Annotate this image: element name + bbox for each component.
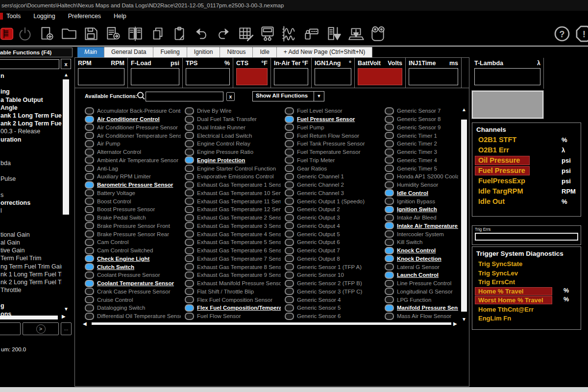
gauge-rpm[interactable]: RPMRPM	[75, 58, 128, 88]
function-item-exhaust-gas-temperature-10-sensor[interactable]: Exhaust Gas Temperature 10 Sensor	[185, 189, 281, 197]
function-item-evaporative-emissions-control[interactable]: Evaporative Emissions Control	[185, 172, 281, 181]
flash-ecu-icon[interactable]	[322, 24, 344, 44]
channel-row-fuel-pressure[interactable]: Fuel Pressurepsi	[472, 166, 581, 176]
function-toggle-radio[interactable]	[385, 280, 394, 287]
function-item-mass-air-flow-sensor[interactable]: Mass Air Flow Sensor	[385, 312, 458, 320]
function-toggle-radio[interactable]	[85, 189, 94, 196]
function-item-fuel-flow-sensor[interactable]: Fuel Flow Sensor	[185, 312, 281, 320]
function-item-generic-sensor-2-tfp-b[interactable]: Generic Sensor 2 (TFP B)	[285, 279, 381, 288]
channel-row-o2b1-err[interactable]: O2B1 Errλ	[472, 146, 581, 156]
function-item-clutch-switch[interactable]: Clutch Switch	[85, 263, 181, 271]
function-toggle-radio[interactable]	[85, 230, 94, 238]
gauge-inj1time[interactable]: INJ1Timems	[406, 58, 462, 88]
function-item-knock-detection[interactable]: Knock Detection	[385, 255, 458, 263]
menu-logging[interactable]: Logging	[27, 11, 62, 22]
function-toggle-radio[interactable]	[385, 263, 394, 270]
scroll-right-icon[interactable]: ▶	[453, 321, 457, 326]
sidebar-item-g[interactable]: g	[0, 302, 62, 310]
function-toggle-radio[interactable]	[285, 181, 294, 189]
function-toggle-radio[interactable]	[85, 197, 94, 205]
channel-row-fuelpressexp[interactable]: FuelPressExppsi	[472, 176, 581, 187]
function-item-generic-channel-3[interactable]: Generic Channel 3	[285, 189, 381, 197]
password-icon[interactable]	[300, 24, 322, 44]
function-item-exhaust-gas-temperature-9-sensor[interactable]: Exhaust Gas Temperature 9 Sensor	[185, 271, 281, 279]
function-item-engine-pressure-ratio[interactable]: Engine Pressure Ratio	[185, 148, 281, 156]
tab-ignition[interactable]: Ignition	[187, 47, 220, 57]
function-toggle-radio[interactable]	[185, 165, 194, 172]
waveform-icon[interactable]	[278, 24, 300, 44]
function-toggle-radio[interactable]	[385, 247, 394, 254]
function-toggle-radio[interactable]	[385, 107, 394, 115]
function-toggle-radio[interactable]	[185, 132, 194, 139]
function-toggle-radio[interactable]	[385, 214, 394, 221]
function-item-crank-case-pressure-sensor[interactable]: Crank Case Pressure Sensor	[85, 288, 181, 296]
function-item-coolant-temperature-sensor[interactable]: Coolant Temperature Sensor	[85, 279, 181, 288]
function-toggle-radio[interactable]	[285, 271, 294, 279]
function-toggle-radio[interactable]	[285, 313, 294, 320]
tab-idle[interactable]: Idle	[253, 47, 276, 57]
function-item-exhaust-gas-temperature-11-sensor[interactable]: Exhaust Gas Temperature 11 Sensor	[185, 197, 281, 205]
sidebar-prev-button[interactable]	[0, 322, 21, 335]
function-item-fuel-level-sensor[interactable]: Fuel Level Sensor	[285, 107, 381, 115]
function-item-flex-fuel-composition-sensor[interactable]: Flex Fuel Composition Sensor	[185, 295, 281, 304]
functions-horizontal-scrollbar[interactable]: ◀ ▶	[75, 320, 469, 327]
sidebar-item-00-3-release[interactable]: 00.3 - Release	[0, 127, 62, 135]
sidebar-item-ng-term-fuel-trim-gain[interactable]: ng Term Fuel Trim Gain	[0, 263, 62, 270]
function-item-intercooler-system[interactable]: Intercooler System	[385, 230, 458, 238]
function-item-datalogging-switch[interactable]: Datalogging Switch	[85, 304, 181, 312]
pc-download-icon[interactable]	[344, 24, 367, 44]
function-toggle-radio[interactable]	[85, 173, 94, 180]
ecu-device-icon[interactable]	[256, 24, 278, 44]
function-toggle-radio[interactable]	[285, 214, 294, 221]
sidebar-vertical-scrollbar[interactable]: ▲ ▼	[62, 72, 70, 313]
function-toggle-radio[interactable]	[385, 189, 394, 196]
function-toggle-radio[interactable]	[185, 197, 194, 205]
function-toggle-radio[interactable]	[185, 288, 194, 295]
function-item-ignition-bypass[interactable]: Ignition Bypass	[385, 197, 458, 205]
function-item-honda-ap1-s2000-coolant-g[interactable]: Honda AP1 S2000 Coolant G	[385, 172, 458, 181]
scrollbar-thumb[interactable]	[0, 316, 58, 319]
gauge-f-load[interactable]: F-Loadpsi	[128, 58, 183, 88]
function-toggle-radio[interactable]	[285, 280, 294, 287]
function-toggle-radio[interactable]	[385, 140, 394, 147]
scroll-up-icon[interactable]: ▲	[460, 107, 468, 112]
function-item-generic-sensor-8[interactable]: Generic Sensor 8	[385, 115, 458, 123]
function-toggle-radio[interactable]	[85, 214, 94, 221]
sidebar-item-term-fuel-trim[interactable]: Term Fuel Trim	[0, 254, 62, 262]
tab-general-data[interactable]: General Data	[104, 47, 153, 57]
function-item-exhaust-gas-temperature-1-sensor[interactable]: Exhaust Gas Temperature 1 Sensor	[185, 181, 281, 189]
scroll-right-icon[interactable]: ▶	[62, 314, 66, 319]
scrollbar-thumb[interactable]	[461, 120, 467, 312]
tab-fueling[interactable]: Fueling	[153, 47, 187, 57]
function-toggle-radio[interactable]	[85, 255, 94, 262]
menu-preferences[interactable]: Preferences	[62, 11, 107, 22]
function-toggle-radio[interactable]	[285, 116, 294, 123]
function-toggle-radio[interactable]	[85, 247, 94, 254]
function-toggle-radio[interactable]	[385, 165, 394, 172]
sidebar-item-uration[interactable]: uration	[0, 136, 62, 144]
sidebar-item-ank-2-long-term-fuel-trin[interactable]: ank 2 Long Term Fuel Trin	[0, 120, 62, 127]
sidebar-item-nk-2-long-term-fuel-trim[interactable]: nk 2 Long Term Fuel Trim	[0, 278, 62, 286]
function-toggle-radio[interactable]	[185, 222, 194, 229]
function-toggle-radio[interactable]	[85, 107, 94, 115]
sidebar-item-bda[interactable]: bda	[0, 159, 62, 167]
function-toggle-radio[interactable]	[385, 230, 394, 238]
sidebar-item-a-table-output[interactable]: a Table Output	[0, 96, 62, 104]
tab-nitrous[interactable]: Nitrous	[220, 47, 253, 57]
tab-add-new-page-ctrl-shift-n[interactable]: + Add New Page (Ctrl+Shift+N)	[277, 47, 372, 57]
haltech-logo-icon[interactable]	[0, 24, 14, 44]
function-toggle-radio[interactable]	[285, 123, 294, 131]
function-toggle-radio[interactable]	[85, 156, 94, 164]
function-item-generic-output-2[interactable]: Generic Output 2	[285, 205, 381, 214]
function-item-coolant-pressure-sensor[interactable]: Coolant Pressure Sensor	[85, 271, 181, 279]
function-toggle-radio[interactable]	[385, 222, 394, 229]
diagnostic-row-englim-fn[interactable]: EngLim Fn	[472, 314, 581, 323]
gauge-in-air-ter[interactable]: In-Air Ter°F	[271, 58, 312, 88]
function-toggle-radio[interactable]	[185, 116, 194, 123]
function-item-generic-timer-4[interactable]: Generic Timer 4	[385, 156, 458, 165]
function-item-launch-control[interactable]: Launch Control	[385, 271, 458, 279]
table-edit-icon[interactable]	[234, 24, 256, 44]
function-toggle-radio[interactable]	[285, 247, 294, 254]
function-toggle-radio[interactable]	[385, 156, 394, 164]
function-toggle-radio[interactable]	[285, 206, 294, 213]
